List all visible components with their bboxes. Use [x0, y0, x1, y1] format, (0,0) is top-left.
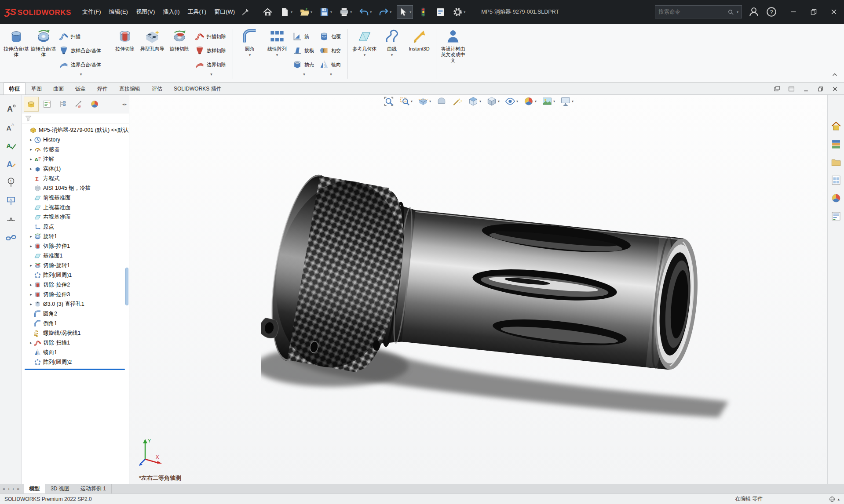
appearances-button[interactable] — [830, 192, 842, 204]
chevron-down-icon[interactable]: ▾ — [391, 53, 393, 57]
chevron-down-icon[interactable]: ▾ — [276, 53, 278, 57]
chevron-down-icon[interactable]: ▾ — [737, 10, 738, 14]
boundary-button[interactable]: 边界凸台/基体 — [57, 58, 105, 72]
chevron-down-icon[interactable]: ▾ — [249, 53, 251, 57]
edit-appearance-button[interactable]: ▾ — [523, 96, 537, 107]
tab-焊件[interactable]: 焊件 — [91, 83, 113, 94]
chevron-down-icon[interactable]: ▾ — [572, 99, 574, 103]
switch-window-button[interactable] — [788, 85, 795, 93]
expand-arrow-icon[interactable]: ▸ — [28, 234, 34, 239]
view-settings-button[interactable]: ▾ — [560, 96, 574, 107]
chevron-down-icon[interactable]: ▾ — [291, 72, 318, 76]
tree-item-13[interactable]: 基准面1 — [22, 251, 129, 261]
filter-funnel-icon[interactable] — [25, 115, 32, 122]
chevron-down-icon[interactable]: ▾ — [350, 10, 352, 14]
chevron-down-icon[interactable]: ▾ — [535, 99, 537, 103]
datum-button[interactable]: A — [5, 195, 17, 207]
tree-item-9[interactable]: 右视基准面 — [22, 212, 129, 222]
magic-wand-button[interactable] — [452, 96, 463, 107]
doc-tab-3D 视图[interactable]: 3D 视图 — [45, 484, 75, 493]
chevron-down-icon[interactable]: ▾ — [318, 72, 344, 76]
apply-scene-button[interactable]: ▾ — [541, 96, 555, 107]
custom-properties-button[interactable] — [830, 210, 842, 222]
3d-drawing-view-button[interactable] — [436, 96, 447, 107]
command-search[interactable]: ▾ — [655, 5, 742, 18]
user-button[interactable] — [748, 6, 760, 18]
menu-item-4[interactable]: 工具(T) — [184, 5, 211, 18]
restore-window-button[interactable] — [804, 0, 824, 24]
tree-scrollbar-thumb[interactable] — [125, 268, 128, 305]
expand-arrow-icon[interactable]: ▸ — [28, 157, 34, 161]
intersect-button[interactable]: 相交 — [318, 44, 344, 58]
rib-button[interactable]: 筋 — [291, 29, 318, 44]
menu-item-2[interactable]: 视图(V) — [132, 5, 159, 18]
wrap-button[interactable]: 包覆 — [318, 29, 344, 44]
tree-item-0[interactable]: MP5-消焰器-9279-001 (默认) <<默认> — [22, 125, 129, 135]
menu-item-1[interactable]: 编辑(E) — [105, 5, 132, 18]
tree-item-6[interactable]: AISI 1045 钢，冷拔 — [22, 183, 129, 193]
doc-tab-scroll-buttons[interactable]: « ‹ › » — [3, 484, 24, 493]
tree-item-10[interactable]: 原点 — [22, 222, 129, 232]
macro-person-button[interactable]: 将设计树由英文改成中文 — [439, 25, 467, 82]
minimize-window-button[interactable] — [783, 0, 804, 24]
revolve-boss-button[interactable]: 旋转凸台/基体 — [30, 25, 57, 82]
linear-pattern-button[interactable]: 线性阵列▾ — [263, 25, 291, 82]
options-gear-button[interactable]: ▾ — [451, 5, 467, 19]
tab-草图[interactable]: 草图 — [26, 83, 47, 94]
tree-item-20[interactable]: 倒角1 — [22, 319, 129, 328]
file-explorer-button[interactable] — [830, 156, 842, 168]
extrude-boss-button[interactable]: 拉伸凸台/基体 — [3, 25, 30, 82]
display-style-button[interactable]: ▾ — [486, 96, 500, 107]
doc-tab-运动算例 1[interactable]: 运动算例 1 — [75, 484, 112, 493]
expand-arrow-icon[interactable]: ▸ — [28, 138, 34, 142]
menu-item-3[interactable]: 插入(I) — [159, 5, 183, 18]
tree-item-7[interactable]: 前视基准面 — [22, 193, 129, 203]
view-orientation-button[interactable]: ▾ — [468, 96, 481, 107]
chevron-down-icon[interactable]: ▾ — [330, 10, 332, 14]
tree-item-4[interactable]: ▸实体(1) — [22, 164, 129, 174]
manager-tab-4[interactable] — [87, 97, 102, 112]
redo-button[interactable]: ▾ — [377, 5, 393, 19]
tab-SOLIDWORKS 插件[interactable]: SOLIDWORKS 插件 — [168, 83, 227, 94]
tree-item-11[interactable]: ▸旋转1 — [22, 232, 129, 241]
manager-tab-2[interactable] — [55, 97, 70, 112]
chevron-down-icon[interactable]: ▾ — [364, 53, 366, 57]
tree-item-14[interactable]: ▸切除-旋转1 — [22, 261, 129, 270]
expand-arrow-icon[interactable]: ▸ — [28, 147, 34, 152]
annotation-note-button[interactable]: A — [5, 103, 17, 114]
document-properties-button[interactable] — [434, 5, 447, 19]
expand-arrow-icon[interactable]: ▸ — [28, 283, 34, 287]
expand-arrow-icon[interactable]: ▸ — [28, 244, 34, 248]
tree-item-3[interactable]: ▸A注解 — [22, 154, 129, 164]
cascade-windows-button[interactable] — [773, 85, 781, 93]
chevron-down-icon[interactable]: ▾ — [411, 99, 413, 103]
undo-button[interactable]: ▾ — [357, 5, 373, 19]
mirror-button[interactable]: 镜向 — [318, 58, 344, 72]
sweep-cut-button[interactable]: 扫描切除 — [193, 29, 230, 44]
chevron-down-icon[interactable]: ▾ — [464, 10, 465, 14]
zoom-area-button[interactable]: ▾ — [399, 96, 413, 107]
chevron-down-icon[interactable]: ▾ — [193, 72, 230, 76]
selection-filter-button[interactable] — [417, 5, 430, 19]
zoom-fit-button[interactable] — [383, 96, 394, 107]
curves-button[interactable]: 曲线▾ — [378, 25, 406, 82]
graphics-area[interactable]: ▾▾▾▾▾▾▾▾ — [129, 95, 827, 484]
tab-曲面[interactable]: 曲面 — [47, 83, 69, 94]
tree-item-22[interactable]: ▸切除-扫描1 — [22, 338, 129, 348]
tab-钣金[interactable]: 钣金 — [69, 83, 91, 94]
manager-tab-3[interactable]: Ø — [71, 97, 86, 112]
chevron-down-icon[interactable]: ▾ — [479, 99, 481, 103]
help-button[interactable]: ? — [766, 6, 777, 18]
revolve-cut-button[interactable]: 旋转切除 — [166, 25, 193, 82]
chevron-down-icon[interactable]: ▾ — [390, 10, 391, 14]
tree-item-21[interactable]: 螺旋线/涡状线1 — [22, 328, 129, 338]
fillet-button[interactable]: 圆角▾ — [236, 25, 263, 82]
home-button[interactable] — [261, 5, 274, 19]
tree-item-18[interactable]: ▸Ø3.0 (3) 直径孔1 — [22, 299, 129, 309]
balloon-button[interactable]: 1 — [5, 177, 17, 188]
model-3d-part[interactable] — [261, 161, 736, 429]
close-window-button[interactable] — [824, 0, 844, 24]
minimize-doc-button[interactable] — [802, 85, 810, 93]
rollback-bar[interactable] — [25, 369, 125, 370]
select-arrow-button[interactable]: ▾ — [397, 5, 413, 19]
